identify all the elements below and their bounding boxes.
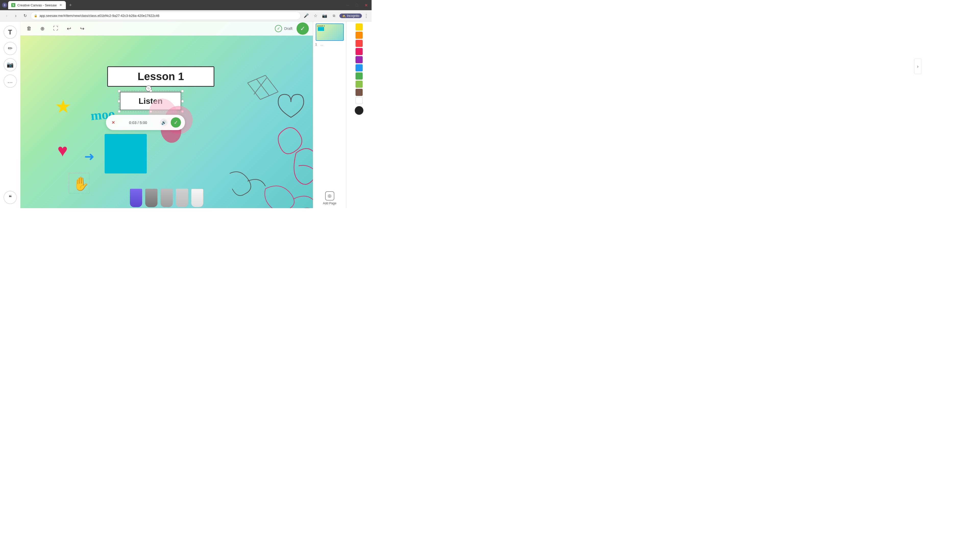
color-panel [346,21,372,208]
incognito-icon: 🕵 [342,14,346,17]
address-bar[interactable]: 🔒 app.seesaw.me/#/item/new/class/class.e… [30,12,301,20]
top-toolbar: 🗑 ⊕ ⛶ ↩ ↪ ✓ Draft ✓ [21,21,313,36]
tab-close-button[interactable]: ✕ [59,3,63,7]
minimize-button[interactable]: ─ [344,2,351,9]
eraser-tool[interactable] [191,189,204,207]
color-purple[interactable] [355,56,363,63]
incognito-badge[interactable]: 🕵 Incognito [339,14,362,18]
lesson-title-text: Lesson 1 [138,70,184,83]
incognito-label: Incognito [347,14,360,17]
add-page-button[interactable]: ⊕ Add Page [323,191,336,205]
blue-arrow-element[interactable]: ➜ [84,149,94,164]
redo-button[interactable]: ↪ [78,24,87,33]
security-icon: 🔒 [34,14,38,17]
cyan-square-element[interactable] [105,134,147,173]
draft-label: Draft [284,26,293,30]
star-icon[interactable]: ☆ [312,12,319,19]
text-tool-button[interactable]: T [3,25,17,39]
lesson-title-box[interactable]: Lesson 1 [107,66,215,87]
svg-line-8 [254,78,267,94]
page-number: 1 [315,42,317,46]
add-page-icon: ⊕ [325,191,334,200]
add-page-label: Add Page [323,202,336,205]
handle-bottom-left[interactable] [118,110,121,113]
bottom-tools-bar [21,188,313,208]
color-blue[interactable] [355,64,363,71]
color-light-green[interactable] [355,81,363,88]
rotate-handle[interactable]: ↻ [145,86,151,92]
color-red[interactable] [355,40,363,47]
tab-group-indicator[interactable]: 8 [2,3,7,8]
url-text: app.seesaw.me/#/item/new/class/class.e01… [40,14,159,17]
pencil-tool-gray1[interactable] [145,189,158,207]
restore-button[interactable]: □ [353,2,360,9]
pencil-tool-purple[interactable] [130,189,142,207]
microphone-icon[interactable]: 🎤 [303,12,310,19]
svg-line-7 [256,79,269,96]
audio-close-button[interactable]: ✕ [110,119,116,125]
app-container: T ✏ 📷 … ❝ 🗑 ⊕ ⛶ ↩ ↪ ✓ Draft ✓ Lesson 1 [0,21,372,208]
more-tool-button[interactable]: … [3,75,17,88]
active-tab[interactable]: S Creative Canvas - Seesaw ✕ [8,1,66,9]
pen-tool-button[interactable]: ✏ [3,42,17,55]
svg-line-5 [260,92,278,100]
main-canvas-area: 🗑 ⊕ ⛶ ↩ ↪ ✓ Draft ✓ Lesson 1 ↻ [21,21,313,208]
handle-top-right[interactable] [181,90,184,92]
color-white[interactable] [355,97,363,104]
color-orange[interactable] [355,32,363,39]
close-button[interactable]: ✕ [363,2,369,9]
fullscreen-button[interactable]: ⛶ [51,24,60,33]
navigation-bar: ‹ › ↻ 🔒 app.seesaw.me/#/item/new/class/c… [0,10,372,21]
pencil-tool-gray3[interactable] [176,189,188,207]
zoom-in-button[interactable]: ⊕ [38,24,47,33]
color-brown[interactable] [355,89,363,96]
undo-button[interactable]: ↩ [64,24,73,33]
nav-actions: 🎤 ☆ 📷 ⧉ 🕵 Incognito ⋮ [303,12,369,19]
left-sidebar: T ✏ 📷 … ❝ [0,21,21,208]
forward-button[interactable]: › [12,12,19,19]
browser-chrome: 8 S Creative Canvas - Seesaw ✕ + ─ □ ✕ ‹… [0,0,372,21]
pink-heart-element[interactable]: ♥ [57,140,68,160]
tab-favicon: S [11,3,15,7]
audio-volume-button[interactable]: 🔊 [160,119,168,126]
submit-button[interactable]: ✓ [297,22,309,35]
tab-title: Creative Canvas - Seesaw [18,3,57,7]
screenshot-icon[interactable]: 📷 [321,12,328,19]
camera-tool-button[interactable]: 📷 [3,58,17,71]
page-info-row: 1 … [313,42,346,47]
draft-badge: ✓ Draft [275,25,293,32]
color-pink[interactable] [355,48,363,55]
delete-button[interactable]: 🗑 [24,24,34,33]
color-black[interactable] [355,106,363,115]
audio-time-display: 0:03 / 5:00 [119,121,157,125]
pencil-tool-gray2[interactable] [161,189,173,207]
star-element[interactable]: ★ [55,96,72,117]
color-green[interactable] [355,73,363,79]
draft-check-icon: ✓ [275,25,282,32]
pages-panel: Lesson 1 1 … ⊕ Add Page [313,21,346,208]
page-more-button[interactable]: … [320,42,323,46]
color-yellow[interactable] [355,24,363,30]
quote-tool-button[interactable]: ❝ [3,191,17,204]
svg-line-3 [248,75,266,83]
extension-icon[interactable]: ⧉ [330,12,337,19]
audio-confirm-button[interactable]: ✓ [171,118,181,127]
new-tab-button[interactable]: + [67,2,74,9]
svg-line-6 [248,83,260,100]
back-button[interactable]: ‹ [3,12,10,19]
page-thumbnail[interactable]: Lesson 1 [316,24,344,41]
canvas-content: Lesson 1 ↻ Listen moo ★ [21,36,313,208]
tab-bar: 8 S Creative Canvas - Seesaw ✕ + ─ □ ✕ [0,0,372,10]
browser-menu-button[interactable]: ⋮ [364,13,369,19]
reload-button[interactable]: ↻ [21,12,29,19]
audio-player: ✕ 0:03 / 5:00 🔊 ✓ [106,115,185,130]
svg-line-4 [266,75,278,92]
